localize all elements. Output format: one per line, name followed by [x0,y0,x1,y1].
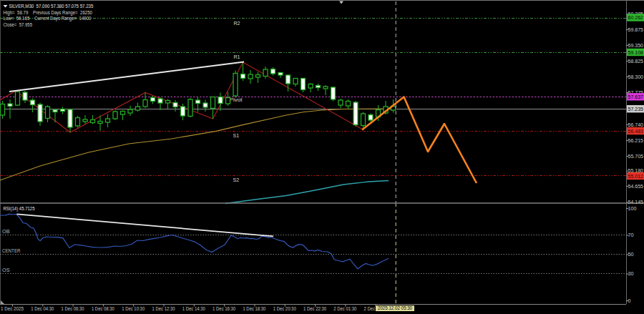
svg-text:Close= 57.955: Close= 57.955 [4,21,33,28]
svg-text:1 Dec 22:30: 1 Dec 22:30 [303,305,326,312]
svg-text:2025.12.02 05:30: 2025.12.02 05:30 [378,305,412,311]
svg-text:70: 70 [628,232,634,238]
svg-text:57.637: 57.637 [628,94,644,100]
svg-text:1 Dec 12:30: 1 Dec 12:30 [152,305,175,312]
svg-text:R2: R2 [234,20,240,26]
svg-text:CENTER: CENTER [2,247,21,254]
svg-text:0: 0 [628,298,631,304]
svg-text:30: 30 [628,270,634,277]
svg-text:Pivot: Pivot [230,97,243,103]
svg-text:57.235: 57.235 [628,106,644,112]
svg-text:55.705: 55.705 [628,153,644,160]
svg-text:59.350: 59.350 [628,42,644,49]
svg-text:55.012: 55.012 [628,173,644,180]
svg-text:1 Dec 06:30: 1 Dec 06:30 [62,305,84,312]
svg-text:58.825: 58.825 [628,58,644,64]
svg-text:1 Dec 10:30: 1 Dec 10:30 [122,305,145,312]
svg-text:59.875: 59.875 [628,26,644,33]
svg-text:100: 100 [628,205,637,212]
svg-text:1 Dec 20:30: 1 Dec 20:30 [273,305,296,312]
svg-text:1 Dec 04:30: 1 Dec 04:30 [31,305,54,312]
svg-text:S1: S1 [233,132,240,139]
svg-text:S2: S2 [233,177,240,183]
svg-text:1 Dec 2025: 1 Dec 2025 [1,305,24,312]
svg-text:2 Dec 01:30: 2 Dec 01:30 [333,305,356,312]
svg-text:RSI(14) 45.7125: RSI(14) 45.7125 [4,205,35,212]
svg-text:1 Dec 18:30: 1 Dec 18:30 [243,305,265,312]
svg-text:1 Dec 16:30: 1 Dec 16:30 [213,305,235,312]
svg-text:SILVER,M30 57.090 57.380 57.0: SILVER,M30 57.090 57.380 57.075 57.235 [9,3,93,9]
svg-text:58.300: 58.300 [628,74,644,80]
svg-text:OS: OS [2,267,10,273]
svg-text:56.215: 56.215 [628,137,644,144]
svg-text:50: 50 [628,251,634,257]
svg-text:R1: R1 [234,54,240,60]
svg-text:1 Dec 14:30: 1 Dec 14:30 [182,305,205,312]
svg-text:OB: OB [2,228,10,235]
svg-text:56.740: 56.740 [628,122,644,128]
svg-text:56.483: 56.483 [628,128,644,134]
svg-text:59.108: 59.108 [628,49,644,56]
svg-text:60.262: 60.262 [628,14,644,21]
svg-text:1 Dec 08:30: 1 Dec 08:30 [92,305,114,312]
svg-text:54.655: 54.655 [628,183,644,190]
